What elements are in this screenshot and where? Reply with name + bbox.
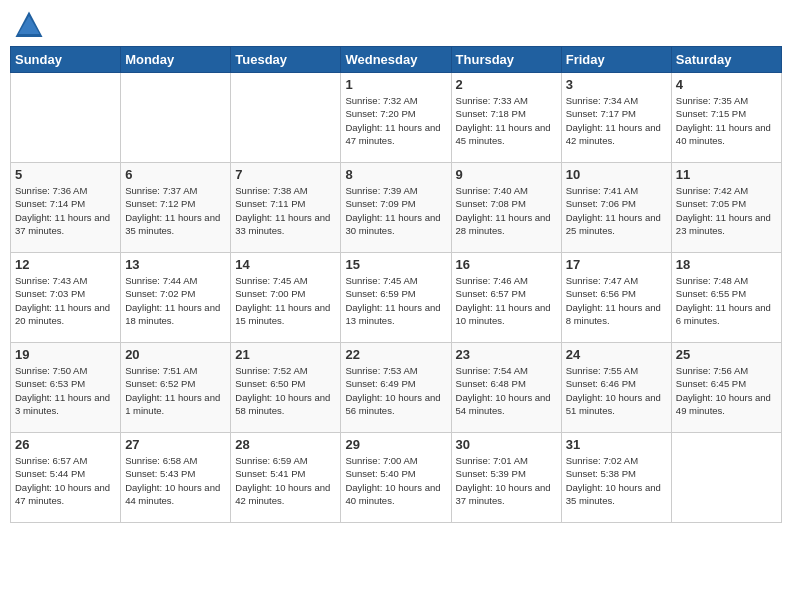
calendar-cell: 23Sunrise: 7:54 AMSunset: 6:48 PMDayligh… xyxy=(451,343,561,433)
day-number: 6 xyxy=(125,167,226,182)
calendar-cell: 14Sunrise: 7:45 AMSunset: 7:00 PMDayligh… xyxy=(231,253,341,343)
calendar-cell: 21Sunrise: 7:52 AMSunset: 6:50 PMDayligh… xyxy=(231,343,341,433)
week-row-4: 19Sunrise: 7:50 AMSunset: 6:53 PMDayligh… xyxy=(11,343,782,433)
calendar-cell: 31Sunrise: 7:02 AMSunset: 5:38 PMDayligh… xyxy=(561,433,671,523)
day-number: 1 xyxy=(345,77,446,92)
calendar-cell: 20Sunrise: 7:51 AMSunset: 6:52 PMDayligh… xyxy=(121,343,231,433)
day-number: 27 xyxy=(125,437,226,452)
day-info: Sunrise: 7:38 AMSunset: 7:11 PMDaylight:… xyxy=(235,184,336,237)
calendar-cell xyxy=(671,433,781,523)
logo-icon xyxy=(14,10,44,40)
day-number: 16 xyxy=(456,257,557,272)
calendar-cell: 29Sunrise: 7:00 AMSunset: 5:40 PMDayligh… xyxy=(341,433,451,523)
calendar-cell: 12Sunrise: 7:43 AMSunset: 7:03 PMDayligh… xyxy=(11,253,121,343)
weekday-header-sunday: Sunday xyxy=(11,47,121,73)
day-number: 9 xyxy=(456,167,557,182)
day-info: Sunrise: 7:36 AMSunset: 7:14 PMDaylight:… xyxy=(15,184,116,237)
day-info: Sunrise: 7:35 AMSunset: 7:15 PMDaylight:… xyxy=(676,94,777,147)
day-info: Sunrise: 7:56 AMSunset: 6:45 PMDaylight:… xyxy=(676,364,777,417)
day-number: 13 xyxy=(125,257,226,272)
calendar-cell: 13Sunrise: 7:44 AMSunset: 7:02 PMDayligh… xyxy=(121,253,231,343)
day-info: Sunrise: 6:58 AMSunset: 5:43 PMDaylight:… xyxy=(125,454,226,507)
week-row-1: 1Sunrise: 7:32 AMSunset: 7:20 PMDaylight… xyxy=(11,73,782,163)
day-number: 10 xyxy=(566,167,667,182)
day-info: Sunrise: 6:59 AMSunset: 5:41 PMDaylight:… xyxy=(235,454,336,507)
day-number: 28 xyxy=(235,437,336,452)
calendar-cell xyxy=(11,73,121,163)
day-info: Sunrise: 7:39 AMSunset: 7:09 PMDaylight:… xyxy=(345,184,446,237)
day-info: Sunrise: 7:54 AMSunset: 6:48 PMDaylight:… xyxy=(456,364,557,417)
day-info: Sunrise: 7:43 AMSunset: 7:03 PMDaylight:… xyxy=(15,274,116,327)
calendar-cell: 10Sunrise: 7:41 AMSunset: 7:06 PMDayligh… xyxy=(561,163,671,253)
header xyxy=(10,10,782,40)
calendar-cell xyxy=(231,73,341,163)
calendar-cell: 15Sunrise: 7:45 AMSunset: 6:59 PMDayligh… xyxy=(341,253,451,343)
day-number: 24 xyxy=(566,347,667,362)
calendar-cell: 17Sunrise: 7:47 AMSunset: 6:56 PMDayligh… xyxy=(561,253,671,343)
weekday-header-friday: Friday xyxy=(561,47,671,73)
calendar-cell: 24Sunrise: 7:55 AMSunset: 6:46 PMDayligh… xyxy=(561,343,671,433)
day-info: Sunrise: 7:50 AMSunset: 6:53 PMDaylight:… xyxy=(15,364,116,417)
calendar-cell: 28Sunrise: 6:59 AMSunset: 5:41 PMDayligh… xyxy=(231,433,341,523)
calendar-cell: 25Sunrise: 7:56 AMSunset: 6:45 PMDayligh… xyxy=(671,343,781,433)
day-info: Sunrise: 7:46 AMSunset: 6:57 PMDaylight:… xyxy=(456,274,557,327)
calendar-cell: 1Sunrise: 7:32 AMSunset: 7:20 PMDaylight… xyxy=(341,73,451,163)
day-info: Sunrise: 7:37 AMSunset: 7:12 PMDaylight:… xyxy=(125,184,226,237)
day-info: Sunrise: 7:55 AMSunset: 6:46 PMDaylight:… xyxy=(566,364,667,417)
calendar-cell: 18Sunrise: 7:48 AMSunset: 6:55 PMDayligh… xyxy=(671,253,781,343)
calendar-cell: 2Sunrise: 7:33 AMSunset: 7:18 PMDaylight… xyxy=(451,73,561,163)
day-info: Sunrise: 6:57 AMSunset: 5:44 PMDaylight:… xyxy=(15,454,116,507)
day-number: 19 xyxy=(15,347,116,362)
week-row-2: 5Sunrise: 7:36 AMSunset: 7:14 PMDaylight… xyxy=(11,163,782,253)
week-row-3: 12Sunrise: 7:43 AMSunset: 7:03 PMDayligh… xyxy=(11,253,782,343)
page-container: SundayMondayTuesdayWednesdayThursdayFrid… xyxy=(10,10,782,523)
day-number: 18 xyxy=(676,257,777,272)
day-info: Sunrise: 7:32 AMSunset: 7:20 PMDaylight:… xyxy=(345,94,446,147)
day-info: Sunrise: 7:47 AMSunset: 6:56 PMDaylight:… xyxy=(566,274,667,327)
day-info: Sunrise: 7:45 AMSunset: 7:00 PMDaylight:… xyxy=(235,274,336,327)
day-info: Sunrise: 7:48 AMSunset: 6:55 PMDaylight:… xyxy=(676,274,777,327)
day-info: Sunrise: 7:34 AMSunset: 7:17 PMDaylight:… xyxy=(566,94,667,147)
day-info: Sunrise: 7:42 AMSunset: 7:05 PMDaylight:… xyxy=(676,184,777,237)
day-number: 26 xyxy=(15,437,116,452)
day-info: Sunrise: 7:53 AMSunset: 6:49 PMDaylight:… xyxy=(345,364,446,417)
day-number: 12 xyxy=(15,257,116,272)
day-info: Sunrise: 7:33 AMSunset: 7:18 PMDaylight:… xyxy=(456,94,557,147)
calendar-cell: 19Sunrise: 7:50 AMSunset: 6:53 PMDayligh… xyxy=(11,343,121,433)
day-number: 17 xyxy=(566,257,667,272)
calendar-cell: 5Sunrise: 7:36 AMSunset: 7:14 PMDaylight… xyxy=(11,163,121,253)
day-number: 30 xyxy=(456,437,557,452)
calendar-cell: 27Sunrise: 6:58 AMSunset: 5:43 PMDayligh… xyxy=(121,433,231,523)
day-info: Sunrise: 7:00 AMSunset: 5:40 PMDaylight:… xyxy=(345,454,446,507)
day-info: Sunrise: 7:52 AMSunset: 6:50 PMDaylight:… xyxy=(235,364,336,417)
calendar-cell xyxy=(121,73,231,163)
day-number: 14 xyxy=(235,257,336,272)
day-number: 22 xyxy=(345,347,446,362)
weekday-header-wednesday: Wednesday xyxy=(341,47,451,73)
logo xyxy=(14,10,50,40)
calendar-cell: 8Sunrise: 7:39 AMSunset: 7:09 PMDaylight… xyxy=(341,163,451,253)
weekday-header-saturday: Saturday xyxy=(671,47,781,73)
calendar-cell: 30Sunrise: 7:01 AMSunset: 5:39 PMDayligh… xyxy=(451,433,561,523)
day-number: 7 xyxy=(235,167,336,182)
day-number: 2 xyxy=(456,77,557,92)
day-number: 23 xyxy=(456,347,557,362)
day-info: Sunrise: 7:01 AMSunset: 5:39 PMDaylight:… xyxy=(456,454,557,507)
calendar-table: SundayMondayTuesdayWednesdayThursdayFrid… xyxy=(10,46,782,523)
calendar-cell: 7Sunrise: 7:38 AMSunset: 7:11 PMDaylight… xyxy=(231,163,341,253)
week-row-5: 26Sunrise: 6:57 AMSunset: 5:44 PMDayligh… xyxy=(11,433,782,523)
calendar-cell: 6Sunrise: 7:37 AMSunset: 7:12 PMDaylight… xyxy=(121,163,231,253)
day-number: 31 xyxy=(566,437,667,452)
day-info: Sunrise: 7:51 AMSunset: 6:52 PMDaylight:… xyxy=(125,364,226,417)
day-info: Sunrise: 7:44 AMSunset: 7:02 PMDaylight:… xyxy=(125,274,226,327)
calendar-cell: 3Sunrise: 7:34 AMSunset: 7:17 PMDaylight… xyxy=(561,73,671,163)
day-info: Sunrise: 7:45 AMSunset: 6:59 PMDaylight:… xyxy=(345,274,446,327)
calendar-cell: 16Sunrise: 7:46 AMSunset: 6:57 PMDayligh… xyxy=(451,253,561,343)
calendar-cell: 22Sunrise: 7:53 AMSunset: 6:49 PMDayligh… xyxy=(341,343,451,433)
day-number: 21 xyxy=(235,347,336,362)
weekday-header-tuesday: Tuesday xyxy=(231,47,341,73)
day-number: 11 xyxy=(676,167,777,182)
weekday-header-thursday: Thursday xyxy=(451,47,561,73)
day-info: Sunrise: 7:40 AMSunset: 7:08 PMDaylight:… xyxy=(456,184,557,237)
calendar-cell: 4Sunrise: 7:35 AMSunset: 7:15 PMDaylight… xyxy=(671,73,781,163)
